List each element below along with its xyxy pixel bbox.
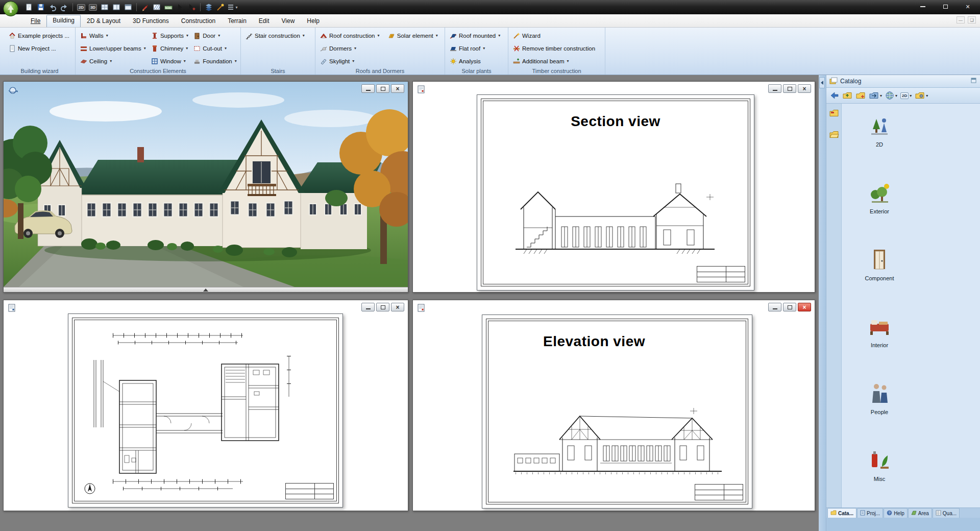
menu-tab-file[interactable]: File (24, 15, 46, 27)
viewport-close-button[interactable]: × (798, 303, 811, 311)
ceiling-button[interactable]: Ceiling▾ (79, 57, 149, 65)
roof-mounted-button[interactable]: Roof mounted▾ (448, 32, 507, 40)
undo-icon[interactable] (47, 2, 58, 13)
additional-beam-button[interactable]: Additional beam▾ (511, 57, 604, 65)
view-2d-icon[interactable]: 2D (76, 2, 87, 13)
panel-pin-icon[interactable] (970, 77, 977, 85)
tab-catalog[interactable]: Cata... (827, 508, 856, 518)
catalog-item-label: Misc (874, 476, 886, 482)
menu-tab-2d-layout[interactable]: 2D & Layout (81, 15, 127, 27)
window-close-button[interactable]: × (957, 0, 979, 13)
viewport-minimize-button[interactable] (361, 303, 375, 311)
app-logo-icon[interactable] (3, 1, 19, 17)
viewport-maximize-button[interactable] (783, 303, 796, 311)
solar-element-button[interactable]: Solar element▾ (386, 32, 444, 40)
layers-icon[interactable] (203, 2, 214, 13)
child-restore-icon[interactable]: ❏ (968, 16, 976, 23)
flat-roof-button[interactable]: Flat roof▾ (448, 44, 507, 53)
dormers-button[interactable]: Dormers▾ (318, 44, 385, 53)
folder-settings-icon[interactable]: ▾ (914, 89, 929, 102)
door-button[interactable]: Door▾ (192, 32, 239, 40)
viewport-close-button[interactable]: × (391, 303, 404, 311)
redo-icon[interactable] (59, 2, 70, 13)
tab-area[interactable]: Area (908, 508, 932, 518)
wand-icon[interactable] (215, 2, 226, 13)
window-minimize-button[interactable] (912, 0, 934, 13)
window-button[interactable]: Window▾ (150, 57, 191, 65)
walls-button[interactable]: Walls▾ (79, 32, 149, 40)
viewport-floorplan[interactable]: × (3, 300, 408, 511)
catalog-item-component[interactable]: Component (847, 242, 912, 308)
child-minimize-icon[interactable]: — (957, 16, 965, 23)
folder-import-icon[interactable]: ▾ (868, 89, 883, 102)
viewport-elevation[interactable]: Elevation view (412, 300, 815, 511)
viewport-scrollbar[interactable] (4, 287, 408, 292)
view-3d-icon[interactable]: 3D (87, 2, 99, 13)
group-label-building-wizard: Building wizard (4, 68, 75, 74)
menu-tab-construction[interactable]: Construction (175, 15, 222, 27)
dormers-icon (320, 45, 327, 52)
new-project-button[interactable]: New Project ... (7, 44, 74, 53)
nav-back-icon[interactable] (828, 89, 840, 102)
catalog-item-exterior[interactable]: Exterior (847, 175, 912, 242)
folder-closed-icon[interactable] (829, 109, 839, 119)
viewport-close-button[interactable]: × (391, 84, 404, 93)
catalog-item-misc[interactable]: Misc (847, 442, 912, 509)
menu-tab-3d-functions[interactable]: 3D Functions (127, 15, 175, 27)
tab-project[interactable]: Proj... (857, 508, 883, 518)
supports-button[interactable]: Supports▾ (150, 32, 191, 40)
list-icon[interactable]: ▾ (227, 2, 238, 13)
viewport-maximize-button[interactable] (783, 84, 796, 93)
new-document-icon[interactable] (23, 2, 35, 13)
folder-open-icon[interactable] (829, 130, 839, 140)
viewport-maximize-button[interactable] (376, 303, 389, 311)
skylight-button[interactable]: Skylight▾ (318, 57, 385, 65)
viewport-minimize-button[interactable] (768, 84, 781, 93)
save-icon[interactable] (35, 2, 46, 13)
folder-new-icon[interactable] (854, 89, 867, 102)
menu-tab-edit[interactable]: Edit (253, 15, 276, 27)
lower-upper-beams-button[interactable]: Lower/upper beams▾ (79, 44, 149, 53)
viewport-grid-icon[interactable] (99, 2, 110, 13)
viewport-single-icon[interactable] (122, 2, 134, 13)
globe-icon[interactable]: ▾ (884, 89, 898, 102)
catalog-item-interior[interactable]: Interior (847, 308, 912, 375)
ruler-icon[interactable] (163, 2, 174, 13)
menu-tab-terrain[interactable]: Terrain (222, 15, 253, 27)
collapse-panel-icon[interactable] (819, 77, 825, 88)
folder-up-icon[interactable] (841, 89, 853, 102)
remove-timber-button[interactable]: Remove timber construction (511, 44, 604, 53)
viewport-3d[interactable]: × (3, 81, 408, 293)
cursor-plus-icon[interactable] (186, 2, 198, 13)
cursor-icon[interactable] (175, 2, 186, 13)
menu-tab-view[interactable]: View (276, 15, 301, 27)
view-mode-2d-button[interactable]: 2D▾ (899, 89, 913, 102)
orbit-view-icon[interactable] (8, 85, 18, 97)
catalog-item-2d[interactable]: 2D (847, 108, 912, 175)
analysis-button[interactable]: Analysis (448, 57, 507, 65)
hatch-icon[interactable] (151, 2, 162, 13)
tab-quantities[interactable]: Qua... (933, 508, 960, 518)
chimney-button[interactable]: Chimney▾ (150, 44, 191, 53)
viewport-split-icon[interactable] (111, 2, 122, 13)
quick-access-toolbar: 2D 3D ▾ (23, 2, 238, 13)
panel-splitter[interactable] (819, 75, 826, 531)
foundation-button[interactable]: Foundation▾ (192, 57, 239, 65)
viewport-maximize-button[interactable] (376, 84, 389, 93)
menu-tab-help[interactable]: Help (301, 15, 326, 27)
window-maximize-button[interactable] (934, 0, 957, 13)
viewport-minimize-button[interactable] (361, 84, 375, 93)
roof-construction-button[interactable]: Roof construction▾ (318, 32, 385, 40)
timber-wizard-button[interactable]: Wizard (511, 32, 604, 40)
catalog-item-people[interactable]: People (847, 375, 912, 442)
stair-construction-button[interactable]: Stair construction▾ (244, 32, 314, 40)
menu-tab-building[interactable]: Building (46, 15, 81, 27)
viewport-close-button[interactable]: × (798, 84, 811, 93)
tab-help[interactable]: ? Help (884, 508, 908, 518)
viewport-section[interactable]: Section view (412, 81, 815, 293)
red-pen-icon[interactable] (139, 2, 151, 13)
example-projects-button[interactable]: Example projects ... (7, 32, 74, 40)
dropdown-arrow-icon: ▾ (910, 93, 912, 98)
viewport-minimize-button[interactable] (768, 303, 781, 311)
cut-out-button[interactable]: Cut-out▾ (192, 44, 239, 53)
